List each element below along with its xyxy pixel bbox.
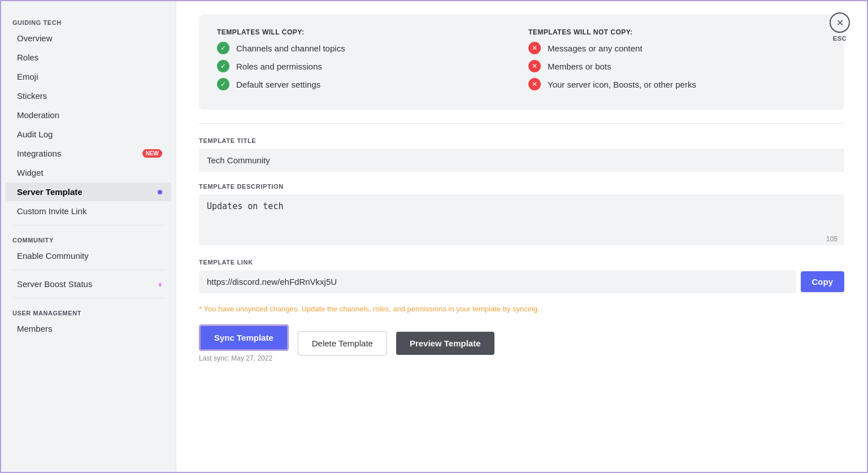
sidebar-item-overview[interactable]: Overview: [6, 29, 171, 47]
new-badge: NEW: [142, 149, 162, 158]
char-count: 105: [826, 235, 837, 243]
template-link-row: Copy: [199, 270, 844, 293]
sidebar-item-moderation[interactable]: Moderation: [6, 106, 171, 124]
sidebar-divider-user-mgmt: [12, 298, 164, 298]
sidebar-item-roles[interactable]: Roles: [6, 48, 171, 67]
info-item-roles: ✓ Roles and permissions: [217, 60, 515, 72]
template-title-label: TEMPLATE TITLE: [199, 137, 844, 144]
active-dot: [158, 190, 162, 194]
actions-row: Sync Template Last sync: May 27, 2022 De…: [199, 324, 844, 362]
sidebar-item-emoji[interactable]: Emoji: [6, 67, 171, 86]
sidebar-item-server-boost-status[interactable]: Server Boost Status ♦: [6, 275, 171, 293]
close-button[interactable]: ✕: [830, 12, 850, 33]
last-sync-text: Last sync: May 27, 2022: [199, 354, 289, 362]
sidebar-item-enable-community[interactable]: Enable Community: [6, 246, 171, 265]
check-icon-settings: ✓: [217, 78, 229, 90]
info-item-members: ✕ Members or bots: [528, 60, 826, 72]
preview-template-button[interactable]: Preview Template: [396, 332, 494, 355]
info-item-channels: ✓ Channels and channel topics: [217, 42, 515, 54]
sidebar-section-community: COMMUNITY: [1, 230, 176, 246]
template-title-input[interactable]: [199, 149, 844, 172]
sidebar-item-widget[interactable]: Widget: [6, 163, 171, 182]
main-content: ✕ ESC TEMPLATES WILL COPY: ✓ Channels an…: [176, 1, 867, 472]
close-button-area: ✕ ESC: [830, 12, 850, 42]
copy-button[interactable]: Copy: [801, 271, 845, 292]
will-copy-header: TEMPLATES WILL COPY:: [217, 28, 515, 36]
sidebar-item-server-template[interactable]: Server Template: [6, 183, 171, 201]
sidebar-item-audit-log[interactable]: Audit Log: [6, 125, 171, 144]
sidebar-item-custom-invite-link[interactable]: Custom Invite Link: [6, 202, 171, 220]
warning-text: * You have unsynced changes. Update the …: [199, 305, 844, 313]
info-item-icon-perks: ✕ Your server icon, Boosts, or other per…: [528, 78, 826, 90]
template-link-section: TEMPLATE LINK Copy: [199, 259, 844, 293]
info-item-messages: ✕ Messages or any content: [528, 42, 826, 54]
template-description-wrap: 105: [199, 194, 844, 248]
x-icon-members: ✕: [528, 60, 541, 72]
info-box: TEMPLATES WILL COPY: ✓ Channels and chan…: [199, 15, 844, 110]
divider-after-info: [199, 123, 844, 124]
close-label: ESC: [833, 35, 847, 42]
x-icon-perks: ✕: [528, 78, 541, 90]
sync-wrap: Sync Template Last sync: May 27, 2022: [199, 324, 289, 362]
template-link-input[interactable]: [199, 270, 796, 293]
sidebar: GUIDING TECH Overview Roles Emoji Sticke…: [1, 1, 176, 472]
sync-template-button[interactable]: Sync Template: [199, 324, 289, 351]
check-icon-channels: ✓: [217, 42, 229, 54]
sidebar-divider-community: [12, 225, 164, 225]
sidebar-item-integrations[interactable]: Integrations NEW: [6, 144, 171, 163]
sidebar-section-guiding-tech: GUIDING TECH: [1, 12, 176, 28]
sidebar-section-user-management: USER MANAGEMENT: [1, 303, 176, 319]
will-copy-col: TEMPLATES WILL COPY: ✓ Channels and chan…: [217, 28, 515, 96]
template-description-label: TEMPLATE DESCRIPTION: [199, 183, 844, 190]
info-item-default-settings: ✓ Default server settings: [217, 78, 515, 90]
template-link-label: TEMPLATE LINK: [199, 259, 844, 266]
sidebar-divider-boost: [12, 270, 164, 270]
sidebar-item-stickers[interactable]: Stickers: [6, 86, 171, 105]
will-not-copy-header: TEMPLATES WILL NOT COPY:: [528, 28, 826, 36]
template-title-section: TEMPLATE TITLE: [199, 137, 844, 172]
template-description-input[interactable]: [199, 194, 844, 245]
sidebar-item-members[interactable]: Members: [6, 319, 171, 338]
will-not-copy-col: TEMPLATES WILL NOT COPY: ✕ Messages or a…: [528, 28, 826, 96]
boost-icon: ♦: [158, 280, 162, 289]
check-icon-roles: ✓: [217, 60, 229, 72]
template-description-section: TEMPLATE DESCRIPTION 105: [199, 183, 844, 248]
x-icon-messages: ✕: [528, 42, 541, 54]
delete-template-button[interactable]: Delete Template: [298, 331, 387, 355]
